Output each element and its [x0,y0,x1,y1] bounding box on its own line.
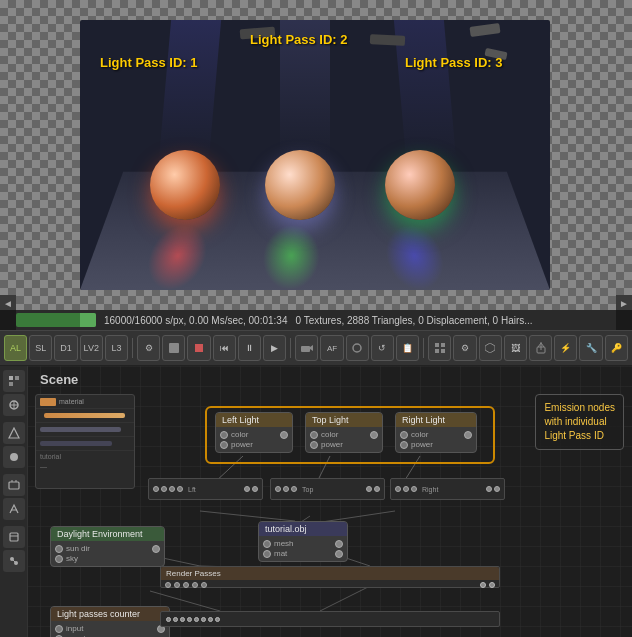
scene-label: Scene [40,372,78,387]
material-panel-row-3 [36,423,134,437]
toolbar-mode-al[interactable]: AL [4,335,27,361]
annotation-emission-nodes: Emission nodes with individual Light Pas… [535,394,624,450]
svg-line-28 [12,559,16,563]
toolbar-settings-btn[interactable]: ⚙ [137,335,160,361]
node-top-light-header: Top Light [306,413,382,427]
svg-marker-18 [9,428,19,438]
toolbar-image-btn[interactable]: 🖼 [504,335,527,361]
svg-rect-7 [435,349,439,353]
svg-point-4 [353,344,361,352]
light-label-2: Light Pass ID: 2 [250,32,348,47]
svg-rect-5 [435,343,439,347]
svg-rect-24 [10,533,18,541]
node-tutorial-obj-header: tutorial.obj [259,522,347,536]
toolbar-camera-btn[interactable] [295,335,318,361]
port-chain-left: Lft [148,478,263,500]
svg-marker-3 [310,345,313,351]
sphere-right [385,150,455,220]
port-in3 [310,431,318,439]
toolbar-refresh-btn[interactable]: ↺ [371,335,394,361]
port-out [280,431,288,439]
light-label-3: Light Pass ID: 3 [405,55,503,70]
viewport: Light Pass ID: 1 Light Pass ID: 2 Light … [0,0,632,310]
port-out5 [335,550,343,558]
light-beam-left [159,20,221,160]
material-panel: material tutorial — [35,394,135,489]
sphere-mid [265,150,335,220]
node-light-passes[interactable]: Light passes counter input count [50,606,170,637]
toolbar-mode-l3[interactable]: L3 [105,335,128,361]
sphere-left [150,150,220,220]
node-output-wide [160,611,500,627]
port-in8 [263,550,271,558]
port-in10 [55,555,63,563]
sidebar-btn-1[interactable] [3,370,25,392]
light-source-2 [370,34,405,46]
light-label-1: Light Pass ID: 1 [100,55,198,70]
toolbar-mode-d1[interactable]: D1 [54,335,77,361]
sidebar-btn-6[interactable] [3,498,25,520]
svg-rect-2 [301,346,310,352]
toolbar-export-btn[interactable] [529,335,552,361]
toolbar-af-btn[interactable]: AF [320,335,343,361]
toolbar-separator-1 [132,338,133,358]
progress-bar [16,313,96,327]
material-panel-row-1: material [36,395,134,409]
sidebar-btn-7[interactable] [3,526,25,548]
svg-rect-14 [9,382,13,386]
node-right-light[interactable]: Right Light color power [395,412,477,453]
toolbar-lightning-btn[interactable]: ⚡ [554,335,577,361]
light-streak-green [260,225,320,290]
sidebar-btn-3[interactable] [3,422,25,444]
port-out3 [464,431,472,439]
toolbar-wrench-btn[interactable]: 🔧 [579,335,602,361]
toolbar-separator-2 [290,338,291,358]
light-streak-blue [382,225,450,290]
viewport-scroll-left[interactable]: ◄ [0,295,16,310]
svg-rect-0 [169,343,179,353]
toolbar-mode-sl[interactable]: SL [29,335,52,361]
toolbar-prev-btn[interactable]: ⏮ [213,335,236,361]
node-render-passes[interactable]: Render Passes [160,566,500,588]
port-in7 [263,540,271,548]
svg-point-19 [10,453,18,461]
sidebar-btn-2[interactable] [3,394,25,416]
toolbar-stop-btn[interactable] [187,335,210,361]
light-streak-red [140,225,212,290]
toolbar-play-btn[interactable]: ▶ [263,335,286,361]
svg-rect-1 [195,344,203,352]
port-in11 [55,625,63,633]
svg-marker-9 [485,343,495,353]
sidebar-btn-8[interactable] [3,550,25,572]
toolbar-render-btn[interactable] [162,335,185,361]
sidebar-btn-5[interactable] [3,474,25,496]
toolbar-tool1-btn[interactable] [346,335,369,361]
node-tutorial-obj[interactable]: tutorial.obj mesh mat [258,521,348,562]
port-out4 [335,540,343,548]
toolbar-gear-btn[interactable]: ⚙ [453,335,476,361]
toolbar-mode-lv2[interactable]: LV2 [80,335,103,361]
toolbar-grid-btn[interactable] [428,335,451,361]
svg-rect-8 [441,349,445,353]
sidebar-btn-4[interactable] [3,446,25,468]
node-left-light[interactable]: Left Light color power [215,412,293,453]
node-daylight-header: Daylight Environment [51,527,164,541]
render-info: 0 Textures, 2888 Triangles, 0 Displaceme… [295,315,532,326]
port-in9 [55,545,63,553]
port-chain-top: Top [270,478,385,500]
toolbar-box-btn[interactable] [479,335,502,361]
toolbar-separator-3 [423,338,424,358]
viewport-scroll-right[interactable]: ► [616,295,632,310]
material-panel-row-2 [36,409,134,423]
node-light-passes-header: Light passes counter [51,607,169,621]
light-source-3 [469,23,500,37]
node-daylight[interactable]: Daylight Environment sun dir sky [50,526,165,567]
node-top-light[interactable]: Top Light color power [305,412,383,453]
toolbar: AL SL D1 LV2 L3 ⚙ ⏮ ⏸ ▶ AF ↺ 📋 ⚙ 🖼 ⚡ 🔧 🔑 [0,330,632,366]
toolbar-key-btn[interactable]: 🔑 [605,335,628,361]
toolbar-pause-btn[interactable]: ⏸ [238,335,261,361]
material-panel-row-4 [36,437,134,451]
node-left-light-header: Left Light [216,413,292,427]
port-out2 [370,431,378,439]
toolbar-clip-btn[interactable]: 📋 [396,335,419,361]
